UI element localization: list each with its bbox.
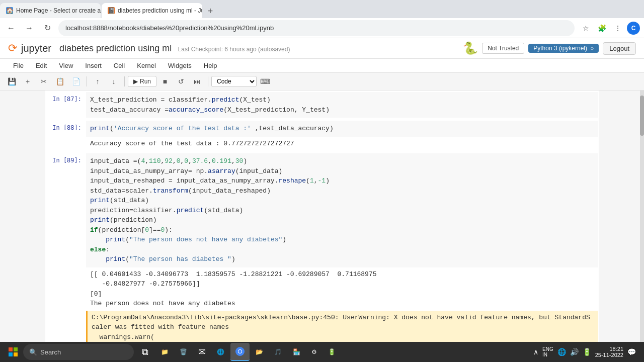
keyboard-shortcuts-button[interactable]: ⌨ — [258, 74, 273, 88]
search-icon: 🔍 — [29, 348, 37, 356]
address-icons: ☆ 🧩 ⋮ C — [579, 21, 640, 35]
stop-button[interactable]: ■ — [157, 74, 173, 88]
bookmark-icon[interactable]: ☆ — [579, 21, 593, 35]
cell-content-88[interactable]: print('Accuracy score of the test data :… — [86, 120, 599, 151]
notebook-content[interactable]: In [87]: X_test_prediction = classifier.… — [0, 90, 644, 362]
url-text: localhost:8888/notebooks/diabetes%20pred… — [65, 24, 274, 32]
scroll-indicator[interactable] — [640, 90, 644, 362]
separator-3 — [208, 76, 208, 86]
python-badge-text: Python 3 (ipykernel) — [533, 45, 587, 52]
taskbar-store[interactable]: 🏪 — [288, 343, 305, 361]
cell-88: In [88]: print('Accuracy score of the te… — [45, 119, 599, 152]
taskbar: 🔍 Search ⧉ 📁 🗑️ ✉ 🌐 📂 🎵 🏪 ⚙ 🔋 ∧ ENGIN 🌐 … — [0, 342, 644, 362]
profile-avatar[interactable]: C — [627, 22, 640, 35]
menu-view[interactable]: View — [54, 60, 78, 71]
cell-89: In [89]: input_data =(4,110,92,0,0,37.6,… — [45, 152, 599, 345]
code-input-87[interactable]: X_test_prediction = classifier.predict(X… — [86, 92, 598, 118]
taskbar-edge[interactable]: 🌐 — [212, 343, 229, 361]
separator-1 — [87, 76, 87, 86]
taskbar-chrome[interactable] — [230, 343, 250, 361]
python-badge: Python 3 (ipykernel) ○ — [528, 44, 599, 53]
refresh-button[interactable]: ↻ — [40, 21, 54, 35]
tab-title-2: diabetes prediction using ml - Ju... — [118, 7, 202, 14]
cell-output-88: Accuracy score of the test data : 0.7727… — [86, 137, 598, 151]
up-arrow-icon[interactable]: ∧ — [533, 348, 538, 356]
taskbar-file-explorer[interactable]: 📁 — [156, 343, 174, 361]
cell-content-87[interactable]: X_test_prediction = classifier.predict(X… — [86, 92, 599, 118]
browser-menu-icon[interactable]: ⋮ — [611, 21, 625, 35]
battery-icon[interactable]: 🔋 — [583, 348, 591, 356]
kernel-status-icon: ○ — [590, 45, 594, 52]
volume-icon[interactable]: 🔊 — [570, 348, 579, 356]
tab-favicon-1: 🏠 — [6, 7, 13, 14]
taskbar-trash[interactable]: 🗑️ — [175, 343, 192, 361]
notebook-title[interactable]: diabetes prediction using ml — [59, 43, 172, 53]
jupyter-title-area: diabetes prediction using ml Last Checkp… — [59, 43, 455, 54]
jupyter-header: ⟳ jupyter diabetes prediction using ml L… — [0, 38, 644, 59]
menu-insert[interactable]: Insert — [80, 60, 107, 71]
restart-run-button[interactable]: ⏭ — [190, 74, 205, 88]
search-bar-text: Search — [40, 348, 61, 356]
menu-cell[interactable]: Cell — [109, 60, 130, 71]
move-up-button[interactable]: ↑ — [90, 74, 105, 88]
task-view-button[interactable]: ⧉ — [135, 343, 155, 361]
separator-2 — [124, 76, 125, 86]
extensions-icon[interactable]: 🧩 — [595, 21, 609, 35]
cell-type-select[interactable]: Code Markdown Raw NBConvert — [211, 76, 257, 87]
scroll-thumb[interactable] — [640, 96, 644, 136]
start-button[interactable] — [4, 343, 22, 361]
jupyter-right: 🐍 Not Trusted Python 3 (ipykernel) ○ Log… — [463, 41, 636, 55]
tab-homepage[interactable]: 🏠 Home Page - Select or create a n... ✕ — [0, 3, 101, 18]
new-tab-button[interactable]: + — [203, 4, 217, 18]
code-input-89[interactable]: input_data =(4,110,92,0,0,37.6,0.191,30)… — [86, 153, 598, 267]
cut-button[interactable]: ✂ — [36, 74, 51, 88]
menu-file[interactable]: File — [8, 60, 29, 71]
notebook-inner: In [87]: X_test_prediction = classifier.… — [45, 90, 599, 362]
search-bar[interactable]: 🔍 Search — [23, 344, 134, 360]
code-input-88[interactable]: print('Accuracy score of the test data :… — [86, 121, 598, 137]
menu-help[interactable]: Help — [199, 60, 222, 71]
tab-bar: 🏠 Home Page - Select or create a n... ✕ … — [0, 0, 644, 18]
tab-jupyter[interactable]: 📓 diabetes prediction using ml - Ju... ✕ — [102, 3, 202, 18]
taskbar-power[interactable]: 🔋 — [323, 343, 341, 361]
taskbar-settings[interactable]: ⚙ — [306, 343, 322, 361]
cell-prompt-88: In [88]: — [45, 120, 86, 151]
cell-content-89[interactable]: input_data =(4,110,92,0,0,37.6,0.191,30)… — [86, 153, 599, 344]
taskbar-mail[interactable]: ✉ — [193, 343, 211, 361]
network-icon[interactable]: 🌐 — [557, 348, 566, 356]
svg-rect-3 — [14, 352, 18, 356]
copy-button[interactable]: 📋 — [52, 74, 67, 88]
date: 25-11-2022 — [595, 352, 623, 358]
address-bar: ← → ↻ localhost:8888/notebooks/diabetes%… — [0, 18, 644, 38]
url-input[interactable]: localhost:8888/notebooks/diabetes%20pred… — [58, 20, 575, 36]
menu-kernel[interactable]: Kernel — [132, 60, 161, 71]
logout-button[interactable]: Logout — [603, 42, 636, 55]
cell-output-89-warning: C:\ProgramData\Anaconda3\lib\site-packag… — [86, 311, 598, 344]
cell-87: In [87]: X_test_prediction = classifier.… — [45, 90, 599, 119]
notification-icon[interactable]: 💬 — [627, 348, 636, 356]
svg-point-6 — [238, 350, 242, 353]
run-button[interactable]: ▶ Run — [128, 76, 156, 87]
add-cell-button[interactable]: + — [20, 74, 35, 88]
svg-rect-2 — [9, 352, 13, 356]
taskbar-files[interactable]: 📂 — [251, 343, 268, 361]
back-button[interactable]: ← — [4, 21, 18, 35]
restart-button[interactable]: ↺ — [174, 74, 189, 88]
cell-prompt-89: In [89]: — [45, 153, 86, 344]
toolbar: 💾 + ✂ 📋 📄 ↑ ↓ ▶ Run ■ ↺ ⏭ Code Markdown … — [0, 73, 644, 90]
move-down-button[interactable]: ↓ — [106, 74, 121, 88]
forward-button[interactable]: → — [22, 21, 36, 35]
checkpoint-info: Last Checkpoint: 6 hours ago (autosaved) — [178, 46, 290, 53]
svg-rect-0 — [9, 347, 13, 351]
paste-button[interactable]: 📄 — [68, 74, 84, 88]
taskbar-music[interactable]: 🎵 — [269, 343, 287, 361]
time-display[interactable]: 18:21 25-11-2022 — [595, 346, 623, 358]
menu-widgets[interactable]: Widgets — [163, 60, 197, 71]
menu-edit[interactable]: Edit — [31, 60, 52, 71]
not-trusted-button[interactable]: Not Trusted — [482, 43, 524, 54]
cell-prompt-87: In [87]: — [45, 92, 86, 118]
lang-icon[interactable]: ENGIN — [542, 346, 553, 357]
jupyter-logo-icon: ⟳ — [8, 42, 17, 55]
save-button[interactable]: 💾 — [4, 74, 19, 88]
browser-chrome: 🏠 Home Page - Select or create a n... ✕ … — [0, 0, 644, 38]
